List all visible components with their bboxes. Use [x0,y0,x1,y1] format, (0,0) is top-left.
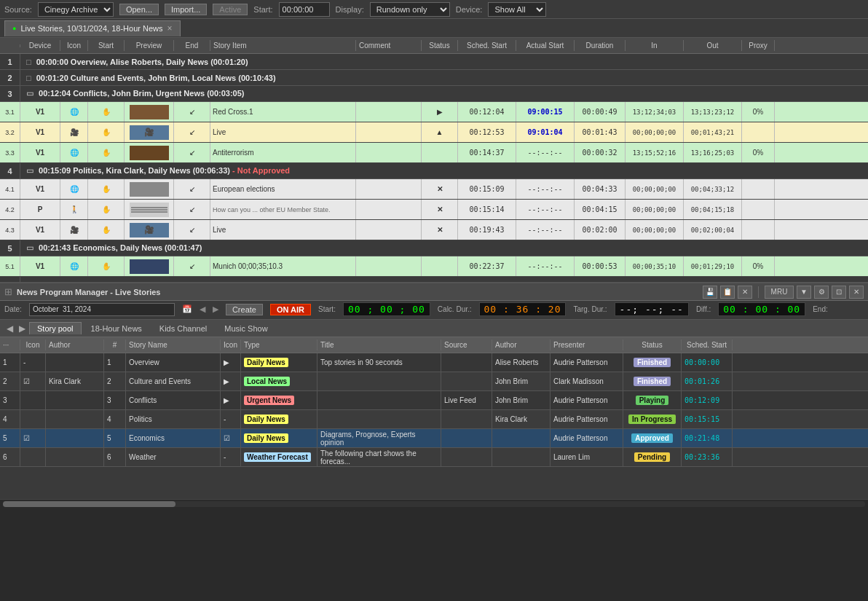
sub-arrow-3-3: ↙ [174,143,210,162]
expand-icon-5[interactable]: ▭ [26,243,33,252]
group-row-1[interactable]: 1 □ 00:00:00 Overview, Alise Roberts, Da… [0,54,868,70]
sr-sched-1: 00:00:00 [682,353,733,372]
sr-name-3: Conflicts [126,391,221,409]
group-content-6: □ 00:23:31 Weather, Weather Forecast (00… [20,280,868,283]
close-panel-btn[interactable]: ✕ [738,286,752,299]
header-device: Device [20,40,60,51]
story-row-3[interactable]: 3 3 Conflicts ▶ Urgent News Live Feed Jo… [0,391,868,410]
active-button[interactable]: Active [213,4,248,15]
group-row-6[interactable]: 6 □ 00:23:31 Weather, Weather Forecast (… [0,277,868,282]
sr-title-5: Diagrams, Prognose, Experts opinion [317,429,441,447]
sub-row-3-3[interactable]: 3.3 V1 🌐 ✋ ↙ Antiterrorism 00:14:37 --:-… [0,143,868,163]
expand-icon-4[interactable]: ▭ [26,166,33,175]
sr-type-1: Daily News [241,353,317,372]
sub-row-4-1[interactable]: 4.1 V1 🌐 ✋ ↙ European elections ✕ 00:15:… [0,179,868,200]
on-air-button[interactable]: ON AIR [270,304,311,315]
sub-actual-4-2: --:--:-- [516,200,575,219]
sh-status: Status [623,339,682,350]
sub-proxy-3-1: 0% [742,102,775,122]
close-bottom-btn[interactable]: ✕ [849,286,864,299]
sr-status-6: Pending [623,448,682,466]
scrollbar-area[interactable] [0,499,868,508]
group-row-5[interactable]: 5 ▭ 00:21:43 Economics, Daily News (00:0… [0,240,868,256]
sr-type-2: Local News [241,372,317,390]
sched-time-2: 00:01:26 [684,377,719,385]
diff-label: Diff.: [696,305,711,313]
sub-comment-4-3 [356,220,422,240]
sr-presenter-2: Clark Madisson [551,372,623,390]
settings-btn[interactable]: ⚙ [814,286,829,299]
live-stories-tab[interactable]: ● Live Stories, 10/31/2024, 18-Hour News… [4,20,181,36]
header-story: Story Item [210,40,356,51]
nav-left-btn[interactable]: ◀ [200,305,205,314]
group-row-3[interactable]: 3 ▭ 00:12:04 Conflicts, John Brim, Urgen… [0,86,868,102]
sub-row-4-3[interactable]: 4.3 V1 🎥 ✋ 🎥 ↙ Live ✕ 00:19:43 --:--:-- … [0,220,868,240]
dropdown-btn[interactable]: ▼ [797,286,811,299]
display-select[interactable]: Rundown only [370,2,450,17]
sub-row-3-1[interactable]: 3.1 V1 🌐 ✋ ↙ Red Cross.1 ▶ 00:12:04 09:0… [0,102,868,122]
group-row-4[interactable]: 4 ▭ 00:15:09 Politics, Kira Clark, Daily… [0,163,868,179]
sr-author2-2: John Brim [492,372,551,390]
device-select[interactable]: Show All [488,2,546,17]
sr-presenter-5: Audrie Patterson [551,429,623,447]
sr-title-3 [317,391,441,409]
sub-hand-4-1: ✋ [88,179,125,199]
sr-author2-6 [492,448,551,466]
story-row-1[interactable]: 1 - 1 Overview ▶ Daily News Top stories … [0,353,868,372]
copy-btn[interactable]: 📋 [720,286,735,299]
story-row-5[interactable]: 5 ☑ 5 Economics ☑ Daily News Diagrams, P… [0,429,868,448]
sub-story-3-1: Red Cross.1 [210,102,356,122]
tab-kids-channel[interactable]: Kids Channel [151,322,215,335]
expand-icon-6[interactable]: □ [26,280,31,283]
story-row-4[interactable]: 4 4 Politics - Daily News Kira Clark Aud… [0,410,868,429]
sh-icon: Icon [20,339,46,350]
calendar-icon[interactable]: 📅 [182,305,192,314]
source-select[interactable]: Cinegy Archive [38,2,114,17]
sh-storyname: Story Name [126,339,221,350]
tab-story-pool[interactable]: Story pool [29,322,82,334]
sub-sched-4-1: 00:15:09 [458,179,516,199]
group-time-6: 00:23:31 [36,280,68,283]
sr-status-3: Playing [623,391,682,409]
bottom-date-toolbar: Date: 📅 ◀ ▶ Create ON AIR Start: 00 ; 00… [0,301,868,320]
import-button[interactable]: Import... [165,4,207,15]
sr-check-4 [20,410,46,428]
sub-row-4-2[interactable]: 4.2 P 🚶 ✋ ↙ How can you ... other EU Mem… [0,200,868,220]
sub-story-4-3: Live [210,220,356,240]
group-row-2[interactable]: 2 □ 00:01:20 Culture and Events, John Br… [0,70,868,86]
create-button[interactable]: Create [226,304,263,315]
sr-author2-3: John Brim [492,391,551,409]
nav-right-btn[interactable]: ▶ [213,305,218,314]
sub-actual-4-3: --:--:-- [516,220,575,240]
start-input[interactable] [279,2,330,17]
tab-18hr-news[interactable]: 18-Hour News [83,322,150,335]
date-input[interactable] [29,303,175,316]
expand-icon-1[interactable]: □ [26,58,31,66]
tab-music-show[interactable]: Music Show [216,322,275,335]
sr-check-3 [20,391,46,409]
sr-dots-5: 5 [0,429,20,447]
tab-nav-right[interactable]: ▶ [17,323,28,334]
expand-icon-3[interactable]: ▭ [26,89,33,98]
sr-dots-6: 6 [0,448,20,466]
expand-icon-2[interactable]: □ [26,74,31,82]
open-button[interactable]: Open... [119,4,159,15]
sr-author2-1: Alise Roberts [492,353,551,372]
sub-row-5-1[interactable]: 5.1 V1 🌐 ✋ ↙ Munich 00;00;35;10.3 00:22:… [0,256,868,277]
story-row-6[interactable]: 6 6 Weather - Weather Forecast The follo… [0,448,868,467]
sub-icon-4-3: 🎥 [60,220,88,240]
story-row-2[interactable]: 2 ☑ Kira Clark 2 Culture and Events ▶ Lo… [0,372,868,391]
sr-num-3: 3 [104,391,126,409]
sub-status-4-1: ✕ [422,179,458,199]
sub-row-3-2[interactable]: 3.2 V1 🎥 ✋ 🎥 ↙ Live ▲ 00:12:53 09:01:04 … [0,122,868,143]
tab-nav-left[interactable]: ◀ [4,323,15,334]
mru-btn[interactable]: MRU [765,286,794,299]
sr-type-3: Urgent News [241,391,317,409]
sr-check-2: ☑ [20,372,46,390]
sub-actual-5-1: --:--:-- [516,256,575,276]
status-badge-6: Pending [634,452,670,462]
save-btn[interactable]: 💾 [703,286,717,299]
live-tab-close[interactable]: × [167,23,173,34]
expand-btn[interactable]: ⊡ [832,286,846,299]
header-end: End [174,40,210,51]
